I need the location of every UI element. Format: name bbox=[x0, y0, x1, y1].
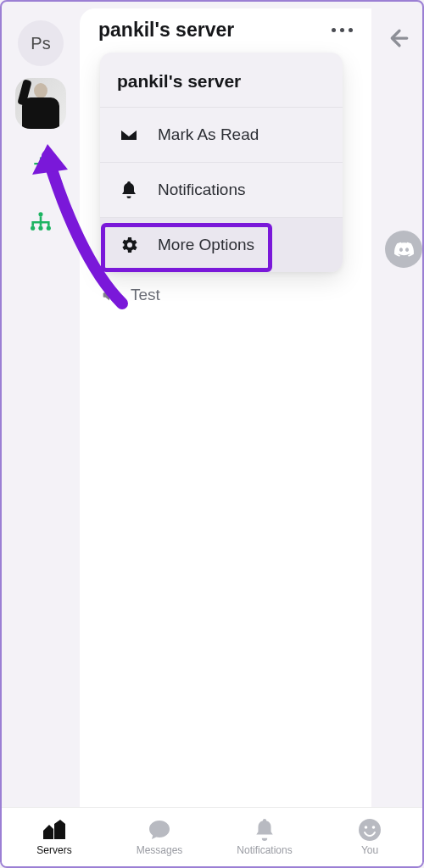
servers-icon bbox=[42, 818, 67, 842]
envelope-icon bbox=[119, 125, 139, 145]
server-sidebar: Ps + bbox=[2, 2, 80, 807]
server-context-menu: pankil's server Mark As Read Notificatio… bbox=[100, 53, 343, 272]
svg-point-1 bbox=[31, 226, 35, 231]
popup-title: pankil's server bbox=[100, 53, 343, 107]
face-icon bbox=[358, 818, 382, 842]
nav-you[interactable]: You bbox=[317, 808, 422, 866]
menu-label: More Options bbox=[158, 236, 254, 254]
nav-label: Servers bbox=[36, 844, 71, 856]
menu-label: Mark As Read bbox=[158, 125, 259, 144]
menu-notifications[interactable]: Notifications bbox=[100, 162, 343, 217]
menu-mark-as-read[interactable]: Mark As Read bbox=[100, 107, 343, 162]
svg-point-6 bbox=[365, 826, 368, 829]
bottom-nav: Servers Messages Notifications You bbox=[2, 807, 422, 866]
menu-more-options[interactable]: More Options bbox=[100, 217, 343, 272]
nav-servers[interactable]: Servers bbox=[2, 808, 107, 866]
server-avatar-selected[interactable] bbox=[15, 78, 66, 129]
channel-test[interactable]: Test bbox=[88, 274, 363, 316]
svg-point-3 bbox=[47, 226, 51, 231]
server-more-button[interactable] bbox=[332, 28, 353, 32]
menu-label: Notifications bbox=[158, 181, 246, 199]
svg-point-2 bbox=[38, 226, 42, 231]
nav-label: Notifications bbox=[237, 844, 292, 856]
add-server-button[interactable]: + bbox=[18, 141, 64, 186]
back-arrow-icon[interactable] bbox=[387, 25, 422, 54]
server-title: pankil's server bbox=[98, 19, 234, 42]
nav-notifications[interactable]: Notifications bbox=[212, 808, 317, 866]
nav-label: You bbox=[361, 844, 378, 856]
hub-icon[interactable] bbox=[18, 198, 64, 244]
bell-icon bbox=[254, 818, 276, 842]
svg-point-7 bbox=[372, 826, 376, 829]
bell-icon bbox=[119, 180, 139, 200]
svg-point-0 bbox=[38, 212, 42, 216]
gear-icon bbox=[119, 235, 139, 255]
server-ps[interactable]: Ps bbox=[18, 20, 64, 66]
nav-messages[interactable]: Messages bbox=[107, 808, 212, 866]
messages-icon bbox=[148, 818, 171, 842]
discord-icon[interactable] bbox=[385, 231, 422, 268]
nav-label: Messages bbox=[137, 844, 183, 856]
channel-label: Test bbox=[131, 286, 160, 304]
svg-point-5 bbox=[359, 819, 381, 841]
right-panel bbox=[371, 2, 422, 807]
